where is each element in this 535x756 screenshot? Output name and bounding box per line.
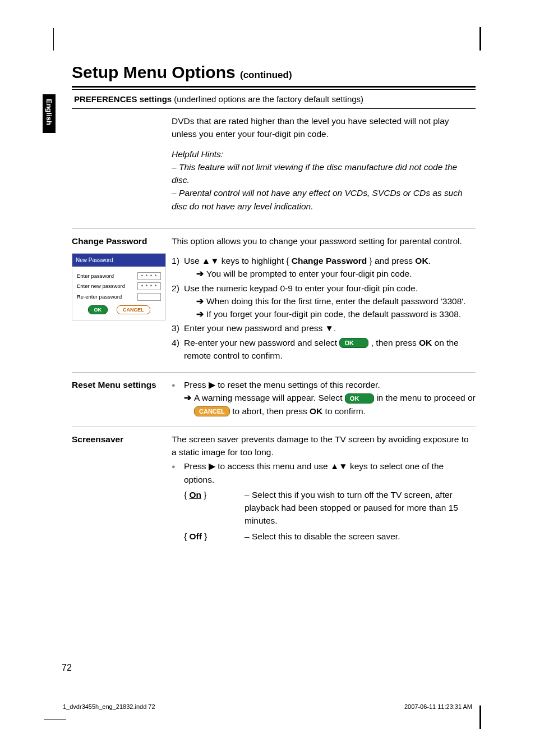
text-bold: OK xyxy=(415,256,428,265)
field-label: Enter new password xyxy=(77,282,125,290)
crop-mark xyxy=(479,705,481,729)
content-area: PREFERENCES settings (underlined options… xyxy=(72,86,476,552)
text: to confirm. xyxy=(322,406,366,416)
text: in the menu to proceed or xyxy=(374,393,476,402)
row-label: Reset Menu settings xyxy=(72,378,172,418)
dialog-field: Enter new password * * * * xyxy=(77,282,161,290)
row-label-empty xyxy=(72,114,172,219)
row-label: Change Password New Password Enter passw… xyxy=(72,235,172,363)
password-dialog-illustration: New Password Enter password * * * * Ente… xyxy=(72,253,166,320)
page-title: Setup Menu Options (continued) xyxy=(72,63,292,82)
ok-pill: OK xyxy=(339,338,368,348)
dialog-body: Enter password * * * * Enter new passwor… xyxy=(72,267,165,320)
change-password-label: Change Password xyxy=(72,236,147,246)
page-number: 72 xyxy=(62,663,72,673)
row-reset-menu: Reset Menu settings Press ▶ to reset the… xyxy=(72,372,476,427)
footer-file: 1_dvdr3455h_eng_21832.indd 72 xyxy=(63,703,155,710)
section-header: PREFERENCES settings (underlined options… xyxy=(72,90,476,109)
text-bold: Change Password xyxy=(292,256,367,265)
dialog-ok-button: OK xyxy=(88,305,108,314)
change-password-intro: This option allows you to change your pa… xyxy=(172,235,476,248)
text: } and press xyxy=(367,256,415,265)
screensaver-bullet: Press ▶ to access this menu and use ▲▼ k… xyxy=(172,460,476,486)
row-body: The screen saver prevents damage to the … xyxy=(172,433,476,543)
text: , then press xyxy=(368,338,419,347)
field-box: * * * * xyxy=(137,272,161,280)
language-tab: English xyxy=(43,94,56,133)
step-4: Re-enter your new password and select OK… xyxy=(172,336,476,363)
option-key: { Off } xyxy=(172,530,245,543)
row-screensaver: Screensaver The screen saver prevents da… xyxy=(72,427,476,552)
dialog-field: Re-enter password xyxy=(77,293,161,301)
cancel-pill: CANCEL xyxy=(194,406,230,416)
row-change-password: Change Password New Password Enter passw… xyxy=(72,228,476,372)
dialog-title: New Password xyxy=(72,254,165,267)
text: Use the numeric keypad 0-9 to enter your… xyxy=(184,283,418,293)
crop-mark xyxy=(44,720,66,720)
crop-mark xyxy=(53,28,54,51)
row-body: This option allows you to change your pa… xyxy=(172,235,476,363)
option-desc: – Select this to disable the screen save… xyxy=(245,530,476,543)
ok-pill: OK xyxy=(345,393,374,404)
page-title-continued: (continued) xyxy=(240,70,292,80)
parental-intro: DVDs that are rated higher than the leve… xyxy=(172,114,476,141)
text: Use ▲▼ keys to highlight { xyxy=(184,256,292,265)
rule xyxy=(72,86,476,88)
text: A warning message will appear. Select xyxy=(194,393,345,402)
text: Re-enter your new password and select xyxy=(184,338,339,347)
text-bold: OK xyxy=(419,338,432,347)
text-bold: OK xyxy=(310,406,322,416)
section-header-rest: (underlined options are the factory defa… xyxy=(172,94,363,104)
field-label: Re-enter password xyxy=(77,293,122,301)
row-body: DVDs that are rated higher than the leve… xyxy=(172,114,476,219)
option-key: { On } xyxy=(172,488,245,528)
row-label: Screensaver xyxy=(72,433,172,543)
step-1-result: You will be prompted to enter your four-… xyxy=(184,267,476,280)
dialog-cancel-button: CANCEL xyxy=(117,305,150,314)
steps-list: Use ▲▼ keys to highlight { Change Passwo… xyxy=(172,254,476,362)
step-2-result: When doing this for the first time, ente… xyxy=(184,295,476,308)
text-underline: On xyxy=(189,490,201,500)
step-2-result-2: If you forget your four-digit pin code, … xyxy=(184,308,476,320)
row-body: Press ▶ to reset the menu settings of th… xyxy=(172,378,476,418)
text: to abort, then press xyxy=(230,406,310,416)
dialog-buttons: OK CANCEL xyxy=(77,305,161,314)
step-2: Use the numeric keypad 0-9 to enter your… xyxy=(172,282,476,321)
row-parental-continued: DVDs that are rated higher than the leve… xyxy=(72,109,476,228)
option-on: { On } – Select this if you wish to turn… xyxy=(172,488,476,528)
option-off: { Off } – Select this to disable the scr… xyxy=(172,530,476,543)
hints-body: – This feature will not limit viewing if… xyxy=(172,161,476,213)
crop-mark xyxy=(479,27,481,51)
field-label: Enter password xyxy=(77,272,114,280)
hints-title: Helpful Hints: xyxy=(172,148,476,161)
text: . xyxy=(428,256,431,265)
field-box: * * * * xyxy=(137,282,161,290)
step-1: Use ▲▼ keys to highlight { Change Passwo… xyxy=(172,254,476,281)
footer-date: 2007-06-11 11:23:31 AM xyxy=(404,703,472,710)
section-header-bold: PREFERENCES settings xyxy=(74,94,172,104)
reset-line-1: Press ▶ to reset the menu settings of th… xyxy=(172,378,476,391)
text-bold: Off xyxy=(189,532,201,541)
screensaver-intro: The screen saver prevents damage to the … xyxy=(172,433,476,459)
reset-arrow: A warning message will appear. Select OK… xyxy=(172,391,476,418)
option-desc: – Select this if you wish to turn off th… xyxy=(245,488,476,528)
field-box xyxy=(137,293,161,301)
step-3: Enter your new password and press ▼. xyxy=(172,322,476,335)
dialog-field: Enter password * * * * xyxy=(77,272,161,280)
page-title-text: Setup Menu Options xyxy=(72,63,236,81)
